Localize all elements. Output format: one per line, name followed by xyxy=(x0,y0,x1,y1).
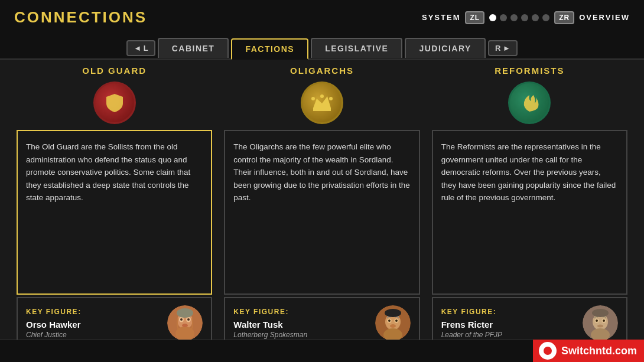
key-figure-old-guard-name: Orso Hawker xyxy=(26,319,82,330)
watermark-logo xyxy=(539,342,557,360)
watermark: Switchntd.com xyxy=(533,340,644,362)
svg-point-29 xyxy=(603,319,605,322)
faction-old-guard-name: OLD GUARD xyxy=(17,66,212,76)
faction-reformists-desc: The Reformists are the representatives i… xyxy=(441,141,618,204)
tab-nav-right[interactable]: R ► xyxy=(488,40,518,56)
page-title: CONNECTIONS xyxy=(14,8,147,27)
svg-point-21 xyxy=(390,324,396,328)
nav-dots xyxy=(489,14,549,21)
svg-point-30 xyxy=(597,325,603,328)
svg-point-7 xyxy=(182,324,188,327)
dot-5 xyxy=(532,14,539,21)
faction-old-guard-desc-box: The Old Guard are the Sollists from the … xyxy=(17,130,212,295)
factions-content: OLD GUARD The Old Guard are the Sollists… xyxy=(0,66,644,349)
tab-nav-left[interactable]: ◄ L xyxy=(126,40,155,56)
faction-oligarchs-desc: The Oligarchs are the few powerful elite… xyxy=(233,141,410,204)
dot-4 xyxy=(521,14,528,21)
faction-reformists-desc-box: The Reformists are the representatives i… xyxy=(432,130,627,295)
key-figure-oligarchs-label: KEY FIGURE: xyxy=(233,308,307,316)
svg-point-22 xyxy=(385,309,401,317)
svg-point-11 xyxy=(311,97,315,100)
dot-3 xyxy=(510,14,518,21)
faction-oligarchs-name: OLIGARCHS xyxy=(224,66,419,76)
faction-reformists-icon xyxy=(508,81,551,124)
nav-overview-label: OVERVIEW xyxy=(579,13,630,22)
faction-reformists-icon-wrap xyxy=(432,81,627,124)
svg-point-12 xyxy=(320,94,324,98)
key-figure-reformists-role: Leader of the PFJP xyxy=(441,331,502,339)
svg-point-8 xyxy=(177,308,193,318)
faction-old-guard[interactable]: OLD GUARD The Old Guard are the Sollists… xyxy=(11,66,218,349)
key-figure-reformists-label: KEY FIGURE: xyxy=(441,308,502,316)
svg-point-19 xyxy=(388,319,391,322)
btn-zr[interactable]: ZR xyxy=(554,11,574,24)
key-figure-oligarchs-info: KEY FIGURE: Walter Tusk Lotherberg Spoke… xyxy=(233,308,307,339)
faction-oligarchs-desc-box: The Oligarchs are the few powerful elite… xyxy=(224,130,419,295)
svg-point-13 xyxy=(329,97,333,100)
flame-icon xyxy=(518,92,541,114)
tab-bar: ◄ L CABINET FACTIONS LEGISLATIVE JUDICIA… xyxy=(0,32,644,60)
key-figure-reformists-info: KEY FIGURE: Frens Ricter Leader of the P… xyxy=(441,308,502,339)
svg-point-31 xyxy=(592,309,609,317)
watermark-text: Switchntd.com xyxy=(561,345,637,357)
key-figure-oligarchs-role: Lotherberg Spokesman xyxy=(233,331,307,339)
header: CONNECTIONS SYSTEM ZL ZR OVERVIEW xyxy=(0,0,644,32)
avatar-orso-hawker xyxy=(167,305,203,341)
tab-judiciary[interactable]: JUDICIARY xyxy=(405,38,485,58)
svg-point-20 xyxy=(395,319,398,322)
shield-icon xyxy=(103,92,126,114)
header-nav: SYSTEM ZL ZR OVERVIEW xyxy=(422,11,630,24)
svg-point-25 xyxy=(591,328,610,341)
key-figure-oligarchs-name: Walter Tusk xyxy=(233,319,307,330)
watermark-logo-inner xyxy=(544,347,552,355)
faction-oligarchs-icon xyxy=(301,81,343,124)
faction-old-guard-icon-wrap xyxy=(17,81,212,124)
crown-icon xyxy=(311,92,333,114)
key-figure-old-guard-role: Chief Justice xyxy=(26,331,82,339)
svg-point-28 xyxy=(596,319,598,322)
avatar-walter-tusk xyxy=(375,305,411,341)
faction-reformists[interactable]: REFORMISTS The Reformists are the repres… xyxy=(426,66,633,349)
faction-reformists-name: REFORMISTS xyxy=(432,66,627,76)
nav-system-label: SYSTEM xyxy=(422,13,460,22)
dot-1 xyxy=(489,14,496,21)
faction-old-guard-desc: The Old Guard are the Sollists from the … xyxy=(26,141,203,204)
faction-oligarchs[interactable]: OLIGARCHS The Oligarchs are the few powe… xyxy=(218,66,425,349)
avatar-frens-ricter xyxy=(583,305,618,341)
dot-6 xyxy=(542,14,549,21)
svg-point-6 xyxy=(187,318,190,321)
svg-point-5 xyxy=(180,318,183,321)
key-figure-old-guard-label: KEY FIGURE: xyxy=(26,308,82,316)
svg-rect-10 xyxy=(313,108,331,111)
key-figure-old-guard-info: KEY FIGURE: Orso Hawker Chief Justice xyxy=(26,308,82,339)
svg-point-16 xyxy=(383,328,402,341)
tab-legislative[interactable]: LEGISLATIVE xyxy=(311,38,402,58)
btn-zl[interactable]: ZL xyxy=(465,11,484,24)
key-figure-reformists-name: Frens Ricter xyxy=(441,319,502,330)
faction-old-guard-icon xyxy=(93,81,136,124)
tab-factions[interactable]: FACTIONS xyxy=(231,38,308,60)
faction-oligarchs-icon-wrap xyxy=(224,81,419,124)
dot-2 xyxy=(500,14,507,21)
tab-cabinet[interactable]: CABINET xyxy=(158,38,229,58)
